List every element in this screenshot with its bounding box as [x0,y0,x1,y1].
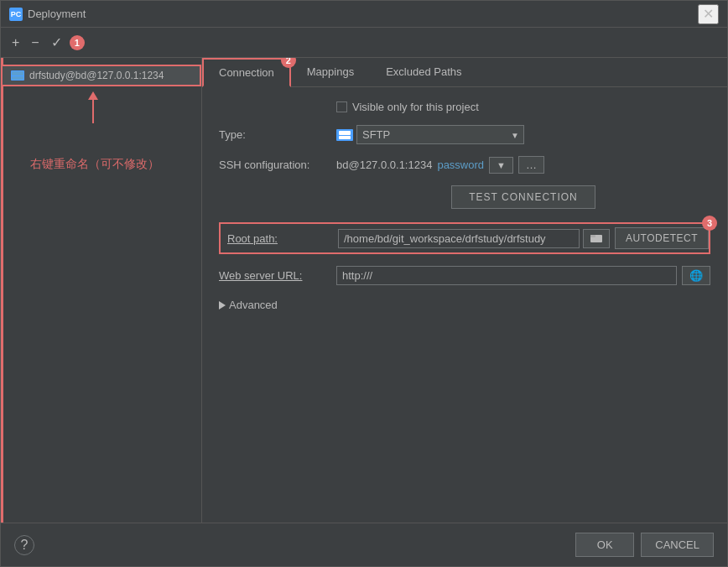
annotation-text: 右键重命名（可不修改） [26,157,159,172]
root-path-folder-button[interactable] [583,229,610,248]
dialog-title: Deployment [28,8,86,20]
ok-button[interactable]: OK [575,533,634,557]
arrow-annotation: 右键重命名（可不修改） [26,91,159,172]
server-item[interactable]: drfstudy@bd@127.0.0.1:1234 [1,65,201,86]
remove-button[interactable]: − [27,34,43,52]
ssh-ellipsis-button[interactable]: … [518,156,544,174]
deployment-dialog: PC Deployment ✕ + − ✓ 1 drfstudy@bd@127.… [0,0,728,567]
visible-only-label: Visible only for this project [352,101,479,113]
right-panel: Connection 2 Mappings Excluded Paths [202,58,727,523]
ssh-config-control: bd@127.0.0.1:1234 password ▼ … [336,156,710,174]
type-control: SFTP FTP FTPS ▼ [336,125,710,144]
visible-only-row: Visible only for this project [219,101,710,113]
type-select-wrapper: SFTP FTP FTPS ▼ [336,125,524,144]
autodetect-button[interactable]: AUTODETECT [615,227,709,249]
root-path-label: Root path: [221,232,338,245]
advanced-triangle-icon [219,301,226,310]
test-connection-button[interactable]: TEST CONNECTION [451,185,595,209]
confirm-button[interactable]: ✓ [47,33,66,52]
sidebar: drfstudy@bd@127.0.0.1:1234 右键重命名（可不修改） [1,58,202,523]
bottom-bar: ? OK CANCEL [1,523,727,566]
visible-only-checkbox[interactable] [336,101,347,112]
badge-3: 3 [702,216,717,231]
type-row: Type: SFTP [219,125,710,144]
visible-only-control: Visible only for this project [336,101,710,113]
ssh-config-label: SSH configuration: [219,159,336,171]
ssh-config-row: SSH configuration: bd@127.0.0.1:1234 pas… [219,156,710,174]
tab-excluded-paths[interactable]: Excluded Paths [370,58,477,87]
svg-rect-1 [12,76,23,80]
test-connection-row: TEST CONNECTION [336,185,710,209]
ssh-dropdown-outer: ▼ [489,157,513,174]
cancel-button[interactable]: CANCEL [641,533,714,557]
close-button[interactable]: ✕ [698,4,719,24]
web-server-url-row: Web server URL: 🌐 [219,266,710,285]
type-select-outer: SFTP FTP FTPS ▼ [356,125,524,144]
ssh-config-value: bd@127.0.0.1:1234 [336,159,432,171]
main-area: drfstudy@bd@127.0.0.1:1234 右键重命名（可不修改） C… [1,58,727,523]
add-button[interactable]: + [8,34,23,52]
title-bar-left: PC Deployment [9,8,86,21]
type-select[interactable]: SFTP FTP FTPS [356,125,524,144]
tab-mappings[interactable]: Mappings [291,58,370,87]
type-label: Type: [219,128,336,141]
left-indicator [1,58,3,523]
server-name: drfstudy@bd@127.0.0.1:1234 [29,70,164,81]
web-server-url-label: Web server URL: [219,269,336,282]
web-server-url-control: 🌐 [336,266,710,285]
title-bar: PC Deployment ✕ [1,1,727,28]
root-path-input[interactable] [338,229,580,248]
arrow-line [92,98,94,123]
root-path-control [338,229,610,248]
server-icon [11,70,24,81]
badge-1: 1 [70,35,85,50]
advanced-row[interactable]: Advanced [219,297,710,313]
web-server-url-input[interactable] [336,266,677,285]
tabs: Connection 2 Mappings Excluded Paths [202,58,727,87]
advanced-label: Advanced [229,299,278,311]
svg-rect-2 [339,131,351,135]
web-server-url-icon[interactable]: 🌐 [682,266,710,285]
root-path-row: 3 Root path: AUTODETECT [219,222,710,254]
tab-connection[interactable]: Connection 2 [202,58,291,87]
help-button[interactable]: ? [14,535,34,555]
svg-rect-0 [12,71,23,75]
ssh-dropdown-button[interactable]: ▼ [489,157,513,174]
tab-content: Visible only for this project Type: [202,87,727,523]
app-icon: PC [9,8,23,21]
action-buttons: OK CANCEL [575,533,714,557]
svg-rect-3 [339,136,351,139]
svg-rect-5 [590,235,595,237]
ssh-password: password [437,159,484,171]
toolbar: + − ✓ 1 [1,28,727,58]
sftp-icon [336,129,353,141]
